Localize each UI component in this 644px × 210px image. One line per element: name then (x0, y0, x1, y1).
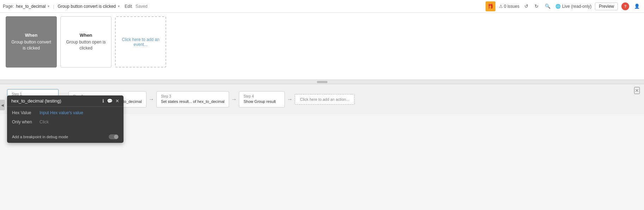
issues-count: 0 issues (504, 4, 519, 9)
page-chevron-icon[interactable]: ▾ (48, 4, 49, 8)
undo-button[interactable]: ↺ (523, 3, 530, 10)
events-area: When Group button convert is clicked Whe… (0, 13, 644, 80)
edit-label[interactable]: Edit (125, 4, 132, 9)
event-card-open[interactable]: When Group button open is clicked (60, 16, 112, 68)
workflow-close-button[interactable]: ✕ (634, 87, 640, 94)
globe-icon: 🌐 (555, 4, 561, 9)
preview-button[interactable]: Preview (595, 2, 618, 10)
step-3-label: Step 3 (161, 94, 224, 98)
header-right: 🎁 ⚠ 0 issues ↺ ↻ 🔍 🌐 Live (read-only) Pr… (486, 1, 641, 11)
add-action-label: Click here to add an action... (300, 97, 349, 101)
page-name: hex_to_decimal (16, 4, 46, 9)
issues-badge[interactable]: ⚠ 0 issues (499, 4, 519, 9)
event-card-convert-subtitle: Group button convert is clicked (10, 39, 52, 51)
step-3-block[interactable]: Step 3 Set states result... of hex_to_de… (156, 91, 229, 107)
warning-icon: ⚠ (499, 4, 503, 9)
step-3-content: Set states result... of hex_to_decimal (161, 99, 224, 104)
left-collapse-button[interactable]: ◀ (0, 100, 5, 110)
header: Page: hex_to_decimal ▾ | Group button co… (0, 0, 644, 13)
add-action-card[interactable]: Click here to add an action... (295, 94, 354, 105)
popup-comment-icon[interactable]: 💬 (107, 98, 113, 104)
live-label: Live (read-only) (562, 4, 591, 9)
saved-label: Saved (136, 4, 148, 9)
event-card-open-title: When (80, 33, 92, 38)
popup-header: hex_to_decimal (testing) ℹ 💬 ✕ (7, 95, 124, 107)
workflow-name: Group button convert is clicked (58, 4, 116, 9)
arrow-3-4: → (231, 96, 237, 103)
step-4-label: Step 4 (243, 94, 280, 98)
scroll-handle[interactable] (0, 80, 644, 84)
popup-row-hex: Hex Value Input Hex value's value (12, 110, 119, 114)
redo-button[interactable]: ↻ (533, 3, 540, 10)
live-badge: 🌐 Live (read-only) (555, 4, 591, 9)
add-event-label: Click here to add an event... (120, 37, 161, 47)
gift-icon[interactable]: 🎁 (486, 1, 495, 11)
step-4-block[interactable]: Step 4 Show Group result (239, 91, 285, 107)
popup-header-icons: ℹ 💬 ✕ (102, 98, 119, 104)
popup-panel: hex_to_decimal (testing) ℹ 💬 ✕ Hex Value… (7, 95, 124, 114)
scroll-nub (317, 81, 327, 83)
event-card-open-subtitle: Group button open is clicked (65, 39, 107, 51)
add-event-card[interactable]: Click here to add an event... (115, 16, 166, 68)
arrow-4-add: → (287, 96, 293, 103)
event-card-convert[interactable]: When Group button convert is clicked (6, 16, 57, 68)
popup-body: Hex Value Input Hex value's value Only w… (7, 107, 124, 114)
popup-close-icon[interactable]: ✕ (115, 98, 119, 104)
arrow-2-3: → (149, 96, 154, 103)
event-card-convert-title: When (25, 33, 37, 38)
workflow-chevron-icon[interactable]: ▾ (118, 4, 120, 8)
step-4-content: Show Group result (243, 99, 280, 104)
page-label: Page: (3, 4, 14, 9)
hex-field-value[interactable]: Input Hex value's value (40, 110, 119, 114)
hex-field-label: Hex Value (12, 110, 37, 114)
popup-info-icon[interactable]: ℹ (102, 98, 104, 104)
search-button[interactable]: 🔍 (543, 3, 552, 10)
help-icon[interactable]: ? (621, 2, 629, 10)
user-icon[interactable]: 👤 (633, 3, 641, 10)
popup-title: hex_to_decimal (testing) (11, 98, 61, 104)
